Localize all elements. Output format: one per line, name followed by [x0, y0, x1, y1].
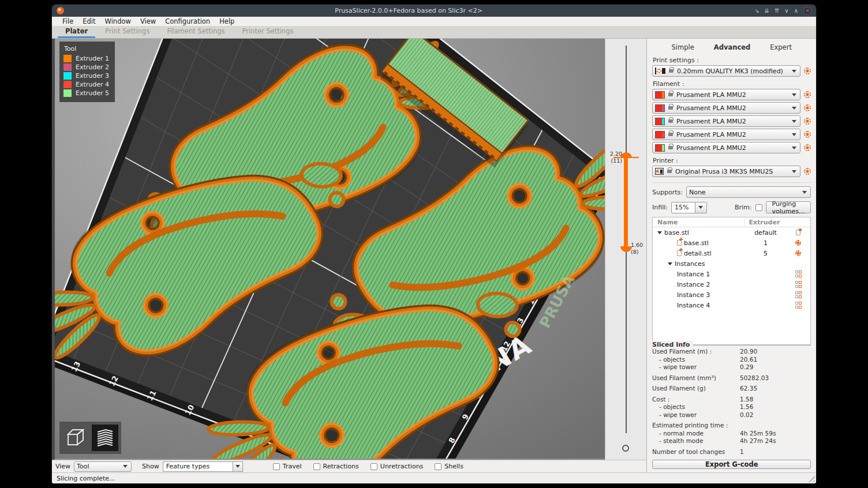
menu-help[interactable]: Help: [215, 17, 239, 26]
instance-row[interactable]: Instance 3: [653, 290, 810, 300]
object-settings-icon[interactable]: [796, 230, 800, 235]
window-close-icon[interactable]: ×: [803, 7, 811, 15]
part-settings-gear-icon[interactable]: [795, 250, 801, 256]
tool-legend-title: Tool: [64, 45, 109, 52]
filament-3-gear-icon[interactable]: [804, 118, 811, 125]
retractions-checkbox[interactable]: [313, 463, 320, 470]
instance-row[interactable]: Instance 2: [653, 279, 810, 290]
filament-4-gear-icon[interactable]: [804, 131, 811, 138]
print-settings-gear-icon[interactable]: [804, 67, 811, 74]
unretractions-checkbox[interactable]: [371, 463, 377, 470]
filament-1-select[interactable]: Prusament PLA MMU2: [652, 89, 800, 100]
print-settings-label: Print settings :: [653, 57, 811, 64]
layer-slider-upper-label: 2.20(11): [610, 151, 622, 164]
filament-2-gear-icon[interactable]: [804, 104, 811, 111]
mode-advanced[interactable]: Advanced: [714, 43, 750, 51]
sliced-info-title: Sliced Info: [652, 341, 693, 348]
window-title: PrusaSlicer-2.0.0+Fedora based on Slic3r…: [68, 7, 750, 14]
print-settings-select[interactable]: 0.20mm QUALITY MK3 (modified): [652, 65, 800, 77]
purging-volumes-button[interactable]: Purging volumes...: [766, 201, 811, 213]
printer-label: Printer :: [653, 157, 811, 164]
status-text: Slicing complete...: [57, 475, 115, 482]
window-maximize-icon[interactable]: ∧: [794, 8, 798, 14]
retractions-checkbox-group: Retractions: [313, 463, 359, 470]
menu-view[interactable]: View: [136, 17, 160, 26]
shells-checkbox-group: Shells: [435, 463, 463, 470]
tab-filament-settings[interactable]: Filament Settings: [159, 25, 232, 38]
show-select[interactable]: Feature types: [163, 461, 243, 472]
layer-slider-upper-handle[interactable]: [620, 152, 632, 158]
collapse-caret-icon[interactable]: [668, 262, 672, 265]
view-select[interactable]: Tool: [74, 461, 132, 472]
add-part-icon: [677, 250, 682, 256]
shells-checkbox[interactable]: [435, 463, 442, 470]
add-part-icon: [677, 240, 682, 246]
filament-2-swatch: [655, 104, 665, 112]
chevron-down-icon[interactable]: [233, 461, 243, 472]
infill-select[interactable]: 15%: [671, 202, 707, 213]
lock-icon: [668, 146, 673, 149]
sliced-info-row: - wipe tower0.29: [652, 363, 811, 371]
supports-select[interactable]: None: [686, 186, 811, 198]
window-minimize-icon[interactable]: ∨: [784, 8, 788, 14]
part-row-base[interactable]: base.stl 1: [653, 238, 810, 248]
printer-select[interactable]: Original Prusa i3 MK3S MMU2S: [652, 166, 800, 177]
instance-printable-icon[interactable]: [795, 271, 802, 277]
filament-4-select[interactable]: Prusament PLA MMU2: [652, 129, 800, 140]
window-corner-icon[interactable]: ↘: [754, 8, 759, 14]
title-bar[interactable]: PrusaSlicer-2.0.0+Fedora based on Slic3r…: [52, 5, 816, 17]
tab-print-settings[interactable]: Print Settings: [98, 25, 157, 38]
infill-label: Infill:: [652, 204, 668, 211]
brim-checkbox[interactable]: [755, 204, 762, 211]
menu-edit[interactable]: Edit: [78, 17, 100, 26]
object-row-base[interactable]: base.stl default: [653, 227, 810, 238]
filament-5-swatch: [655, 144, 665, 152]
app-window: PrusaSlicer-2.0.0+Fedora based on Slic3r…: [52, 5, 816, 483]
legend-item: Extruder 3: [63, 72, 109, 80]
tab-plater[interactable]: Plater: [58, 25, 95, 38]
resize-grip[interactable]: [807, 474, 815, 482]
object-list-header: Name Extruder: [653, 217, 810, 227]
collapse-caret-icon[interactable]: [657, 231, 662, 234]
layers-icon: [94, 427, 116, 449]
menu-configuration[interactable]: Configuration: [160, 17, 215, 26]
menu-file[interactable]: File: [58, 17, 78, 26]
extruder-5-swatch: [63, 89, 72, 97]
tab-printer-settings[interactable]: Printer Settings: [235, 25, 301, 38]
filament-3-select[interactable]: Prusament PLA MMU2: [652, 115, 800, 127]
lock-icon: [668, 93, 673, 96]
menu-window[interactable]: Window: [100, 17, 136, 26]
filament-5-select[interactable]: Prusament PLA MMU2: [652, 142, 800, 153]
3d-viewport[interactable]: 131211109876678910111213141516171819 GIN…: [52, 39, 605, 460]
travel-checkbox[interactable]: [273, 463, 280, 470]
printer-gear-icon[interactable]: [804, 168, 811, 175]
layer-slider-lower-handle[interactable]: [620, 246, 632, 252]
part-settings-gear-icon[interactable]: [795, 240, 801, 246]
export-gcode-button[interactable]: Export G-code: [652, 460, 811, 469]
instances-group-row[interactable]: Instances: [653, 258, 810, 269]
window-shade-up-icon[interactable]: ⇈: [775, 8, 779, 14]
layer-slider-range[interactable]: [624, 157, 628, 246]
instance-printable-icon[interactable]: [795, 302, 802, 309]
layer-slider-lock-icon[interactable]: [622, 445, 629, 452]
mode-expert[interactable]: Expert: [770, 43, 792, 51]
editor-view-button[interactable]: [62, 425, 89, 451]
instance-row[interactable]: Instance 1: [653, 269, 810, 279]
filament-5-gear-icon[interactable]: [804, 144, 811, 151]
sliced-info-row: Used Filament (mm³)50282.03: [652, 374, 811, 382]
chevron-down-icon: [123, 465, 128, 468]
mode-tabs: Simple Advanced Expert: [652, 43, 811, 51]
filament-1-gear-icon[interactable]: [804, 91, 811, 98]
part-row-detail[interactable]: detail.stl 5: [653, 248, 810, 258]
instance-row[interactable]: Instance 4: [653, 300, 810, 310]
preview-view-button[interactable]: [92, 425, 118, 451]
instance-printable-icon[interactable]: [795, 291, 802, 298]
instance-printable-icon[interactable]: [795, 281, 802, 288]
chevron-down-icon[interactable]: [695, 202, 707, 213]
sliced-info-row: Estimated printing time :: [652, 422, 811, 430]
supports-label: Supports:: [652, 189, 683, 196]
mode-simple[interactable]: Simple: [672, 43, 694, 51]
filament-2-select[interactable]: Prusament PLA MMU2: [652, 102, 800, 114]
menu-bar: File Edit Window View Configuration Help: [52, 17, 816, 26]
window-shade-down-icon[interactable]: ⇊: [765, 8, 769, 14]
